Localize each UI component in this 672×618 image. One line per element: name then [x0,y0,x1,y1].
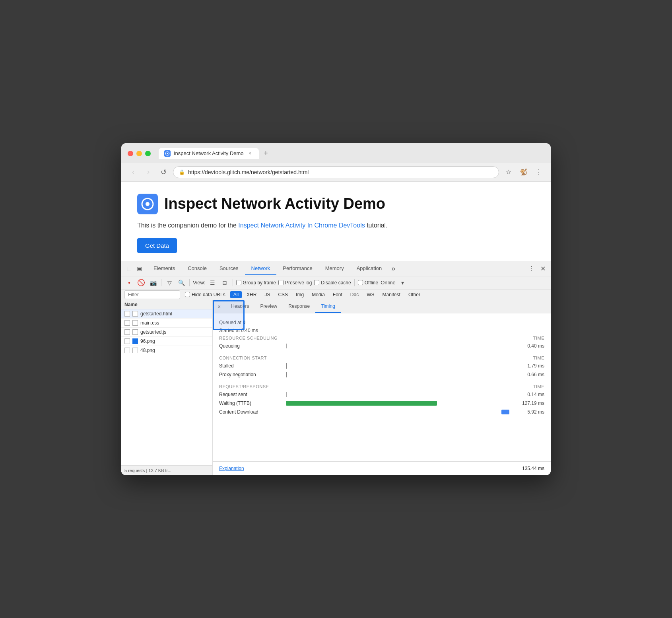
description-link[interactable]: Inspect Network Activity In Chrome DevTo… [238,222,365,229]
camera-btn[interactable]: 📷 [148,278,158,288]
file-list-header: Name [121,300,212,309]
timing-section-connection-header: Connection Start TIME [219,356,544,360]
filter-chip-js[interactable]: JS [261,291,273,298]
file-checkbox [124,311,130,317]
timing-row-content-download: Content Download 5.92 ms [219,409,544,415]
tab-sources[interactable]: Sources [213,262,245,275]
filter-chip-css[interactable]: CSS [275,291,291,298]
separator-2 [189,279,190,286]
tab-close-btn[interactable]: × [247,150,253,157]
profile-btn[interactable]: 🐒 [518,167,529,178]
hide-data-urls-checkbox[interactable]: Hide data URLs [185,292,225,297]
more-tabs-btn[interactable]: » [388,261,398,276]
back-btn[interactable]: ‹ [128,167,139,178]
timing-footer: Explanation 135.44 ms [213,461,551,475]
timing-section-connection: Connection Start TIME Stalled 1.79 ms [219,356,544,378]
group-by-frame-checkbox[interactable]: Group by frame [236,280,276,286]
filter-chip-xhr[interactable]: XHR [243,291,260,298]
menu-btn[interactable]: ⋮ [533,167,544,178]
file-item-getstarted-html[interactable]: getstarted.html [121,309,212,319]
dock-icon[interactable]: ▣ [135,264,144,273]
get-data-button[interactable]: Get Data [137,238,177,253]
timing-label-ttfb: Waiting (TTFB) [219,400,283,406]
filter-chip-all[interactable]: All [230,291,242,298]
filter-input[interactable] [124,290,180,299]
timing-bar-container-proxy [286,371,509,378]
timing-row-proxy: Proxy negotiation 0.66 ms [219,371,544,378]
filter-chip-img[interactable]: Img [293,291,307,298]
file-icon [132,329,138,335]
timing-time-proxy: 0.66 ms [513,372,544,377]
traffic-light-fullscreen[interactable] [145,151,151,156]
description-prefix: This is the companion demo for the [137,222,238,229]
tab-network[interactable]: Network [245,262,277,275]
detail-tab-timing[interactable]: Timing [315,300,341,313]
list-view-btn[interactable]: ☰ [208,278,218,288]
devtools-close-btn[interactable]: ✕ [538,264,548,273]
tab-title: Inspect Network Activity Demo [174,150,244,156]
devtools-tabs: Elements Console Sources Network Perform… [147,261,524,276]
filter-chip-doc[interactable]: Doc [347,291,362,298]
filter-chip-font[interactable]: Font [330,291,346,298]
new-tab-btn[interactable]: + [260,148,272,159]
timing-bar-tick-stalled [286,363,287,369]
explanation-link[interactable]: Explanation [219,466,244,471]
file-icon [132,320,138,326]
star-btn[interactable]: ☆ [503,167,514,178]
filter-chip-manifest[interactable]: Manifest [379,291,404,298]
devtools-dock-icons: ⬚ ▣ [121,262,147,275]
filter-chip-ws[interactable]: WS [363,291,377,298]
traffic-lights [128,151,151,156]
tab-elements[interactable]: Elements [147,262,181,275]
file-item-main-css[interactable]: main.css [121,319,212,328]
offline-checkbox[interactable]: Offline [358,280,378,286]
refresh-btn[interactable]: ↺ [158,167,169,178]
cursor-icon[interactable]: ⬚ [124,264,133,273]
detail-view-btn[interactable]: ⊟ [220,278,229,288]
detail-tab-response[interactable]: Response [283,300,315,313]
file-name: 96.png [140,338,209,344]
forward-btn[interactable]: › [143,167,154,178]
timing-queued: Queued at 0 [219,320,544,325]
filter-chip-media[interactable]: Media [309,291,328,298]
online-label: Online [381,280,396,286]
timing-bar-container-queueing [286,343,509,349]
file-checkbox [124,329,130,335]
file-icon [132,348,138,353]
tab-memory[interactable]: Memory [319,262,350,275]
search-btn[interactable]: 🔍 [177,278,186,288]
disable-cache-checkbox[interactable]: Disable cache [314,280,351,286]
file-icon [132,311,138,317]
devtools-actions: ⋮ ✕ [524,264,551,273]
url-bar[interactable]: 🔒 https://devtools.glitch.me/network/get… [173,166,499,178]
detail-tab-preview[interactable]: Preview [255,300,283,313]
filter-chip-other[interactable]: Other [405,291,423,298]
file-item-getstarted-js[interactable]: getstarted.js [121,328,212,337]
clear-btn[interactable]: 🚫 [136,278,146,288]
record-btn[interactable]: ● [124,278,134,288]
active-tab[interactable]: Inspect Network Activity Demo × [159,148,259,159]
filter-btn[interactable]: ▽ [165,278,174,288]
file-item-48-png[interactable]: 48.png [121,346,212,355]
tab-application[interactable]: Application [350,262,388,275]
page-header: Inspect Network Activity Demo [137,194,535,214]
svg-point-1 [167,153,168,154]
separator-4 [354,279,355,286]
preserve-log-checkbox[interactable]: Preserve log [278,280,312,286]
title-bar: Inspect Network Activity Demo × + [121,143,551,163]
detail-panel: × Headers Preview Response Timing Queued… [213,300,551,475]
tab-performance[interactable]: Performance [276,262,319,275]
traffic-light-minimize[interactable] [136,151,142,156]
online-dropdown-btn[interactable]: ▾ [398,278,408,288]
file-item-96-png[interactable]: 96.png [121,337,212,346]
detail-close-btn[interactable]: × [216,303,222,311]
detail-tab-headers[interactable]: Headers [225,300,254,313]
separator-1 [161,279,161,286]
devtools-more-btn[interactable]: ⋮ [527,264,536,273]
traffic-light-close[interactable] [128,151,133,156]
tab-console[interactable]: Console [181,262,213,275]
timing-label-content-download: Content Download [219,409,283,415]
svg-point-3 [146,202,150,206]
timing-started: Started at 0.40 ms [219,328,544,333]
timing-bar-container-request-sent [286,391,509,398]
